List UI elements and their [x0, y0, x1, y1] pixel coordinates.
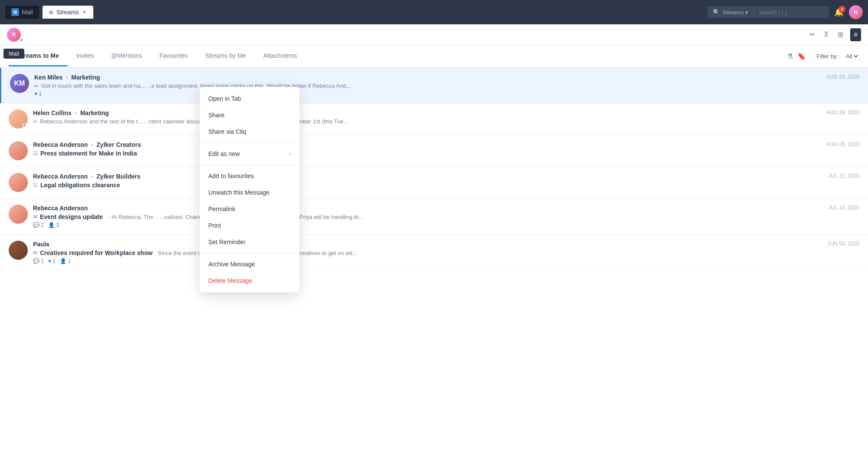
mail-tooltip: Mail — [3, 49, 24, 59]
filter-label: Filter by : — [817, 53, 840, 60]
user-avatar-top[interactable]: R — [849, 5, 863, 19]
tab-attachments[interactable]: Attachments — [255, 46, 306, 66]
compose-button[interactable]: ✏ — [808, 29, 817, 40]
ctx-add-to-favourites[interactable]: Add to favourites — [200, 168, 299, 184]
ctx-print-label: Print — [208, 222, 221, 229]
user-avatar-small[interactable]: R — [7, 28, 21, 42]
likes-count: ♥ 1 — [34, 91, 42, 97]
stream-date: JUL 14, 2020 — [829, 205, 859, 211]
tab-streams[interactable]: ≋ Streams × — [43, 6, 93, 19]
stream-preview: Rebecca Anderson and the rest of the t..… — [40, 118, 348, 125]
stream-item[interactable]: KM Ken Miles › Marketing ✏ Got in touch … — [0, 68, 868, 103]
stream-item[interactable]: Helen Collins › Marketing ✏ Rebecca Ande… — [0, 103, 868, 135]
stream-channel: Marketing — [80, 109, 109, 116]
stream-header: Rebecca Anderson — [33, 205, 829, 212]
stream-subject: Press statement for Make in India — [40, 150, 137, 157]
attendees-count: 👤 1 — [60, 258, 71, 264]
ctx-delete-label: Delete Message — [208, 277, 252, 284]
ctx-divider-1 — [200, 143, 299, 143]
stream-channel: Zylker Creators — [96, 141, 141, 148]
ctx-set-reminder[interactable]: Set Reminder — [200, 234, 299, 250]
tab-streams-by-me[interactable]: Streams by Me — [197, 46, 255, 66]
stream-header: Rebecca Anderson › Zylker Builders — [33, 173, 829, 180]
ctx-divider-2 — [200, 165, 299, 165]
ctx-open-in-tab-label: Open in Tab — [208, 95, 241, 102]
context-menu: Open in Tab Share Share via Cliq Edit as… — [200, 87, 299, 292]
avatar — [9, 241, 28, 260]
ctx-edit-as-new[interactable]: Edit as new › — [200, 146, 299, 162]
stream-arrow-icon: › — [75, 110, 77, 116]
ctx-archive[interactable]: Archive Message — [200, 256, 299, 272]
search-bar[interactable]: 🔍 Streams ▾ | Search ( / ) — [707, 6, 829, 18]
stream-channel: Marketing — [71, 74, 100, 81]
stream-header: Paula — [33, 241, 828, 248]
ctx-set-reminder-label: Set Reminder — [208, 239, 246, 245]
avatar — [9, 205, 28, 224]
second-bar: R ✏ ⊼ ⊞ ≡ — [0, 24, 868, 45]
stream-subject: Legal obligations clearance — [40, 182, 120, 189]
notifications-button[interactable]: 🔔 2 — [832, 6, 845, 19]
ctx-open-in-tab[interactable]: Open in Tab — [200, 90, 299, 107]
ctx-delete[interactable]: Delete Message — [200, 272, 299, 289]
filter-icon-button[interactable]: 🔖 — [797, 52, 806, 60]
avatar — [9, 173, 28, 192]
ctx-edit-as-new-label: Edit as new — [208, 150, 240, 157]
checkbox-icon: ☑ — [33, 182, 38, 188]
stream-item[interactable]: Rebecca Anderson › Zylker Builders ☑ Leg… — [0, 167, 868, 199]
ctx-share[interactable]: Share — [200, 107, 299, 123]
filter-select[interactable]: All — [844, 53, 859, 60]
ctx-archive-label: Archive Message — [208, 261, 255, 268]
stream-item[interactable]: Paula ✉ Creatives required for Workplace… — [0, 235, 868, 271]
stream-content: Paula ✉ Creatives required for Workplace… — [33, 241, 828, 264]
tab-close-button[interactable]: × — [82, 8, 87, 16]
stream-item[interactable]: Rebecca Anderson › Zylker Creators ☑ Pre… — [0, 135, 868, 167]
stream-content: Ken Miles › Marketing ✏ Got in touch wit… — [34, 74, 826, 97]
search-placeholder: Search ( / ) — [759, 9, 787, 16]
checkbox-icon: ☑ — [33, 150, 38, 156]
ctx-unwatch[interactable]: Unwatch this Message — [200, 184, 299, 201]
tab-streams-label: Streams — [56, 9, 79, 16]
stream-body: ✉ Event designs update - Hi Rebecca, The… — [33, 213, 829, 220]
second-bar-right: ✏ ⊼ ⊞ ≡ — [808, 28, 861, 41]
tabs-bar: Streams to Me Invites @Mentions Favourit… — [0, 45, 868, 68]
stream-date: AUG 26, 2020 — [826, 141, 859, 147]
ctx-share-via-cliq-label: Share via Cliq — [208, 128, 246, 135]
stream-arrow-icon: › — [91, 173, 93, 179]
stream-item[interactable]: Rebecca Anderson ✉ Event designs update … — [0, 199, 868, 235]
likes-count: ♥ 1 — [48, 258, 56, 264]
online-indicator — [23, 123, 27, 128]
stream-body: ✏ Got in touch with the sales team and h… — [34, 83, 826, 89]
tab-invites[interactable]: Invites — [68, 46, 102, 66]
ctx-share-label: Share — [208, 112, 224, 119]
filter-button[interactable]: ⚗ — [787, 52, 793, 60]
collapse-button[interactable]: ⊼ — [822, 29, 831, 40]
replies-count: 💬 1 — [33, 258, 44, 264]
ctx-print[interactable]: Print — [200, 217, 299, 234]
search-scope-button[interactable]: Streams ▾ — [723, 9, 748, 16]
stream-meta: ♥ 1 — [34, 91, 826, 97]
stream-content: Rebecca Anderson ✉ Event designs update … — [33, 205, 829, 228]
stream-meta: 💬 1 ♥ 1 👤 1 — [33, 258, 828, 264]
stream-sender: Rebecca Anderson — [33, 173, 88, 180]
tab-favourites[interactable]: Favourites — [151, 46, 196, 66]
ctx-permalink[interactable]: Permalink — [200, 201, 299, 217]
tab-mail[interactable]: M Mail — [5, 6, 39, 19]
ctx-submenu-icon: › — [289, 151, 291, 157]
menu-button[interactable]: ≡ — [850, 28, 861, 41]
tab-mentions[interactable]: @Mentions — [102, 46, 151, 66]
stream-subject: Creatives required for Workplace show — [40, 249, 153, 256]
stream-sender: Ken Miles — [34, 74, 62, 81]
avatar — [9, 141, 28, 160]
replies-count: 💬 2 — [33, 222, 44, 228]
stream-subject: Event designs update — [40, 213, 103, 220]
ctx-share-via-cliq[interactable]: Share via Cliq — [200, 123, 299, 140]
stream-date: JUL 22, 2020 — [829, 173, 859, 179]
stream-header: Rebecca Anderson › Zylker Creators — [33, 141, 826, 148]
search-scope-label: Streams — [723, 9, 743, 16]
attendees-count: 👤 3 — [48, 222, 59, 228]
layout-button[interactable]: ⊞ — [836, 29, 845, 40]
stream-content: Rebecca Anderson › Zylker Creators ☑ Pre… — [33, 141, 826, 159]
mail-icon: ✉ — [33, 214, 37, 220]
stream-sender: Rebecca Anderson — [33, 141, 88, 148]
stream-content: Helen Collins › Marketing ✏ Rebecca Ande… — [33, 109, 826, 126]
